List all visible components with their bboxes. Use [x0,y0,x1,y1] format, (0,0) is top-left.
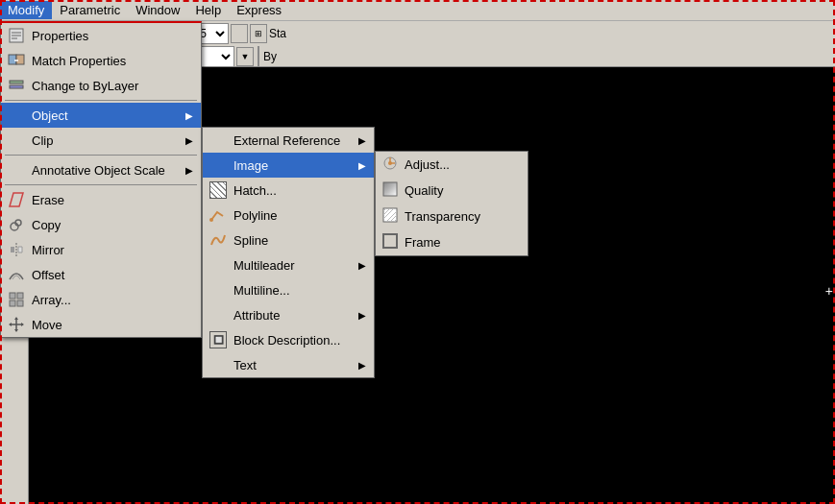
submenu-multileader[interactable]: Multileader ▶ [203,252,374,277]
svg-marker-44 [14,329,18,332]
image-arrow: ▶ [358,160,366,171]
transparency-icon [381,206,399,227]
toolbar-btn-2[interactable] [231,24,248,43]
svg-point-49 [388,161,392,165]
menu-change-bylayer[interactable]: Change to ByLayer [1,73,201,98]
properties-label: Properties [32,29,193,43]
object-arrow: ▶ [185,110,193,121]
menu-item-help[interactable]: Help [187,1,229,19]
image-quality[interactable]: Quality [376,178,528,204]
menu-item-window[interactable]: Window [128,1,187,19]
svg-rect-29 [10,81,23,84]
submenu-multiline[interactable]: Multiline... [203,277,374,302]
menu-object[interactable]: Object ▶ [1,103,201,128]
svg-rect-26 [9,55,16,64]
submenu-spline[interactable]: Spline [203,228,374,252]
submenu-image[interactable]: Image ▶ [203,153,374,178]
menu-copy[interactable]: Copy [1,212,201,237]
image-transparency[interactable]: Transparency [376,204,528,229]
spline-icon [209,230,228,250]
text-label: Text [233,358,257,372]
svg-rect-38 [17,293,23,299]
object-submenu: External Reference ▶ Image ▶ Hatch... Po… [202,127,375,378]
attribute-icon [209,305,228,324]
menu-array[interactable]: Array... [1,287,201,312]
array-label: Array... [32,293,193,307]
frame-icon [381,232,399,252]
menu-item-express[interactable]: Express [229,1,289,19]
svg-marker-35 [11,247,14,252]
svg-rect-51 [383,208,397,222]
adjust-label: Adjust... [405,157,450,172]
separator-4 [5,155,197,156]
attribute-label: Attribute [233,308,280,323]
menu-item-modify[interactable]: Modify [0,1,52,19]
toolbar-icon-grid[interactable]: ⊞ [250,24,267,43]
svg-marker-45 [9,323,12,326]
scroll-indicator: + [825,283,833,299]
menu-item-parametric[interactable]: Parametric [52,1,128,19]
multiline-icon [209,280,228,300]
separator-5 [5,184,197,185]
image-submenu-icon [209,156,228,175]
block-icon: 🔲 [209,330,228,349]
submenu-hatch[interactable]: Hatch... [203,178,374,203]
offset-icon [7,265,26,284]
menu-bar: Modify Parametric Window Help Express [0,0,835,21]
frame-label: Frame [405,235,441,250]
external-ref-label: External Reference [233,133,340,148]
separator-3 [5,100,197,101]
menu-mirror[interactable]: Mirror [1,237,201,262]
modify-menu: Properties Match Properties Change to By… [0,21,202,338]
toolbar-btn-arrow3[interactable]: ▼ [236,47,254,66]
submenu-polyline[interactable]: Polyline [203,203,374,228]
toolbar-by-label: By [263,50,277,63]
svg-rect-30 [10,85,23,88]
multileader-arrow: ▶ [358,260,366,271]
multileader-label: Multileader [233,258,295,273]
image-frame[interactable]: Frame [376,229,528,255]
copy-label: Copy [32,218,193,232]
menu-annotative[interactable]: Annotative Object Scale ▶ [1,157,201,182]
image-label: Image [233,158,268,173]
menu-properties[interactable]: Properties [1,23,201,48]
annotative-arrow: ▶ [185,165,193,176]
mirror-label: Mirror [32,243,193,257]
annotative-icon [7,160,26,180]
annotative-label: Annotative Object Scale [32,163,180,178]
menu-match-properties[interactable]: Match Properties [1,48,201,73]
match-icon [7,51,26,70]
mirror-icon [7,240,26,259]
clip-label: Clip [32,133,180,148]
menu-clip[interactable]: Clip ▶ [1,128,201,153]
svg-marker-43 [14,317,18,320]
bylayer-icon [7,76,26,95]
menu-erase[interactable]: Erase [1,187,201,212]
copy-icon [7,215,26,234]
submenu-text[interactable]: Text ▶ [203,352,374,377]
menu-move[interactable]: Move [1,312,201,337]
menu-offset[interactable]: Offset [1,262,201,287]
array-icon [7,290,26,309]
multileader-icon [209,255,228,275]
submenu-external-ref[interactable]: External Reference ▶ [203,128,374,153]
block-desc-label: Block Description... [233,333,340,348]
image-adjust[interactable]: Adjust... [376,152,528,178]
svg-rect-58 [383,234,397,248]
submenu-attribute[interactable]: Attribute ▶ [203,302,374,327]
svg-marker-46 [21,323,24,326]
match-label: Match Properties [32,54,193,68]
svg-rect-40 [17,300,23,306]
object-icon [7,106,26,125]
object-label: Object [32,108,180,123]
image-submenu: Adjust... [375,151,528,256]
submenu-block-desc[interactable]: 🔲 Block Description... [203,327,374,352]
polyline-label: Polyline [233,208,278,223]
hatch-icon [209,180,228,200]
svg-rect-50 [383,182,397,196]
attribute-arrow: ▶ [358,310,366,321]
app-wrapper: Modify Parametric Window Help Express 🖼 … [0,0,835,504]
text-icon [209,355,228,374]
svg-point-32 [11,223,18,230]
svg-rect-39 [10,300,15,306]
